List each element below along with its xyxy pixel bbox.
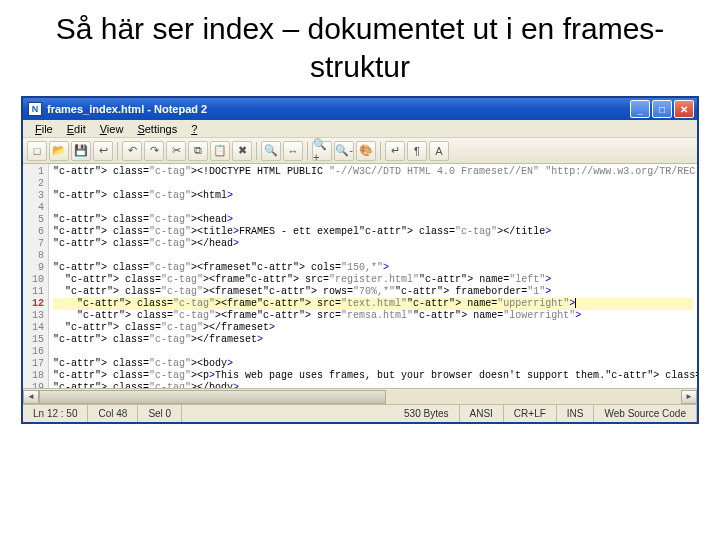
status-filetype: Web Source Code (594, 405, 697, 422)
zoom-in-icon[interactable]: 🔍+ (312, 141, 332, 161)
scroll-left-icon[interactable]: ◄ (23, 390, 39, 404)
menu-help[interactable]: ? (184, 121, 204, 137)
delete-icon[interactable]: ✖ (232, 141, 252, 161)
menu-edit[interactable]: Edit (60, 121, 93, 137)
scheme-icon[interactable]: 🎨 (356, 141, 376, 161)
paste-icon[interactable]: 📋 (210, 141, 230, 161)
menu-file[interactable]: File (28, 121, 60, 137)
toolbar: □ 📂 💾 ↩ ↶ ↷ ✂ ⧉ 📋 ✖ 🔍 ↔ 🔍+ 🔍- 🎨 ↵ ¶ A (23, 138, 697, 164)
cut-icon[interactable]: ✂ (166, 141, 186, 161)
status-column: Col 48 (88, 405, 138, 422)
editor-area[interactable]: 1234567891011121314151617181920 "c-attr"… (23, 164, 697, 388)
notepad2-window: N frames_index.html - Notepad 2 _ □ ✕ Fi… (22, 97, 698, 423)
scroll-thumb[interactable] (39, 390, 386, 404)
toolbar-sep (380, 142, 381, 160)
maximize-button[interactable]: □ (652, 100, 672, 118)
menu-settings[interactable]: Settings (130, 121, 184, 137)
find-icon[interactable]: 🔍 (261, 141, 281, 161)
menubar: File Edit View Settings ? (23, 120, 697, 138)
titlebar[interactable]: N frames_index.html - Notepad 2 _ □ ✕ (23, 98, 697, 120)
zoom-out-icon[interactable]: 🔍- (334, 141, 354, 161)
minimize-button[interactable]: _ (630, 100, 650, 118)
horizontal-scrollbar[interactable]: ◄ ► (23, 388, 697, 404)
status-insert: INS (557, 405, 595, 422)
new-icon[interactable]: □ (27, 141, 47, 161)
replace-icon[interactable]: ↔ (283, 141, 303, 161)
toolbar-sep (307, 142, 308, 160)
close-button[interactable]: ✕ (674, 100, 694, 118)
font-icon[interactable]: A (429, 141, 449, 161)
save-icon[interactable]: 💾 (71, 141, 91, 161)
open-icon[interactable]: 📂 (49, 141, 69, 161)
undo-icon[interactable]: ↶ (122, 141, 142, 161)
app-icon: N (28, 102, 42, 116)
status-encoding: ANSI (460, 405, 504, 422)
statusbar: Ln 12 : 50 Col 48 Sel 0 530 Bytes ANSI C… (23, 404, 697, 422)
copy-icon[interactable]: ⧉ (188, 141, 208, 161)
toolbar-sep (117, 142, 118, 160)
menu-view[interactable]: View (93, 121, 131, 137)
scroll-right-icon[interactable]: ► (681, 390, 697, 404)
toolbar-sep (256, 142, 257, 160)
code-content[interactable]: "c-attr"> class="c-tag"><!DOCTYPE HTML P… (49, 164, 697, 388)
status-size: 530 Bytes (394, 405, 459, 422)
revert-icon[interactable]: ↩ (93, 141, 113, 161)
whitespace-icon[interactable]: ¶ (407, 141, 427, 161)
wordwrap-icon[interactable]: ↵ (385, 141, 405, 161)
status-eol: CR+LF (504, 405, 557, 422)
slide-title: Så här ser index – dokumentet ut i en fr… (0, 0, 720, 91)
scroll-track[interactable] (39, 390, 681, 404)
redo-icon[interactable]: ↷ (144, 141, 164, 161)
line-gutter: 1234567891011121314151617181920 (23, 164, 49, 388)
status-position: Ln 12 : 50 (23, 405, 88, 422)
window-title: frames_index.html - Notepad 2 (47, 103, 207, 115)
status-selection: Sel 0 (138, 405, 182, 422)
